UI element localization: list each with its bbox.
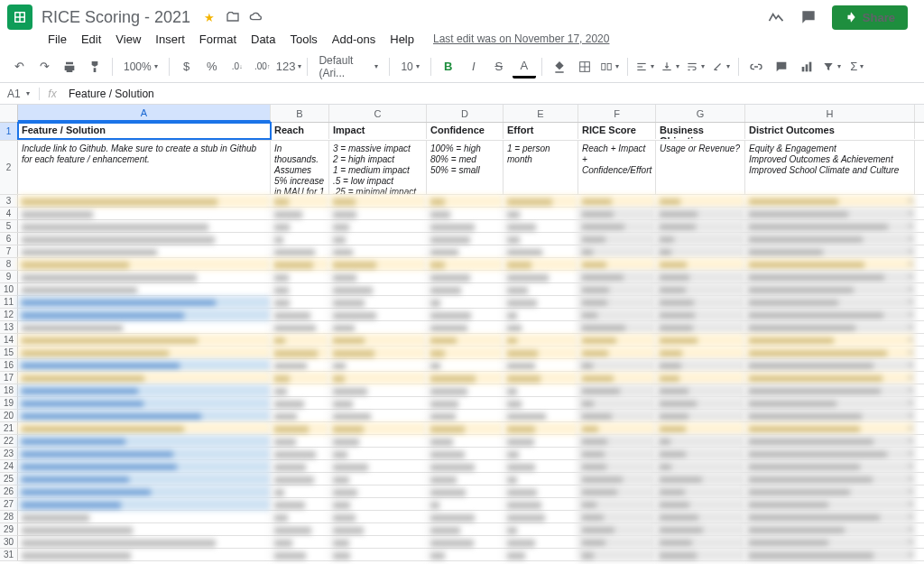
cell-E21[interactable] <box>504 422 578 435</box>
cell-B22[interactable] <box>271 435 329 448</box>
cell-G1[interactable]: Business Objective <box>656 123 745 139</box>
text-wrap-button[interactable] <box>684 55 707 79</box>
cell-B19[interactable] <box>271 397 329 410</box>
cell-D16[interactable] <box>427 359 504 372</box>
undo-icon[interactable]: ↶ <box>7 55 31 79</box>
cell-H6[interactable]: ▾ <box>745 233 915 245</box>
cell-D28[interactable] <box>427 511 504 523</box>
cell-F16[interactable] <box>578 359 656 372</box>
cell-A13[interactable] <box>18 321 271 334</box>
cell-G14[interactable] <box>656 334 745 347</box>
insert-link-button[interactable] <box>744 55 768 79</box>
cell-H31[interactable]: ▾ <box>745 549 915 561</box>
cell-D25[interactable] <box>427 473 504 485</box>
percent-button[interactable]: % <box>200 55 224 79</box>
cell-A4[interactable] <box>18 208 271 220</box>
cell-D9[interactable] <box>427 271 504 283</box>
cell-G27[interactable] <box>656 498 745 511</box>
cell-C23[interactable] <box>329 448 427 460</box>
redo-icon[interactable]: ↷ <box>32 55 56 79</box>
cell-E9[interactable] <box>504 271 578 283</box>
decrease-decimal-button[interactable]: .0↓ <box>226 55 249 79</box>
fill-color-button[interactable] <box>548 55 571 79</box>
menu-view[interactable]: View <box>109 31 147 48</box>
cell-B6[interactable] <box>271 233 329 245</box>
cell-D8[interactable] <box>427 258 504 271</box>
cell-E8[interactable] <box>504 258 578 271</box>
cloud-status-icon[interactable] <box>248 9 264 25</box>
cell-H1[interactable]: District Outcomes <box>745 123 915 139</box>
cell-H30[interactable]: ▾ <box>745 536 915 549</box>
cell-B7[interactable] <box>271 245 329 258</box>
cell-F13[interactable] <box>578 321 656 334</box>
cell-D6[interactable] <box>427 233 504 245</box>
cell-D24[interactable] <box>427 460 504 473</box>
cell-E13[interactable] <box>504 321 578 334</box>
cell-G2[interactable]: Usage or Revenue? <box>656 141 745 194</box>
cell-B23[interactable] <box>271 448 329 460</box>
row-header-5[interactable]: 5 <box>0 220 18 232</box>
activity-icon[interactable] <box>767 8 785 26</box>
cell-F30[interactable] <box>578 536 656 549</box>
row-header-3[interactable]: 3 <box>0 195 18 207</box>
cell-G10[interactable] <box>656 283 745 296</box>
cell-D30[interactable] <box>427 536 504 549</box>
row-header-15[interactable]: 15 <box>0 347 18 358</box>
cell-F24[interactable] <box>578 460 656 473</box>
cell-H16[interactable]: ▾ <box>745 359 915 372</box>
row-header-29[interactable]: 29 <box>0 523 18 535</box>
cell-E11[interactable] <box>504 296 578 309</box>
menu-edit[interactable]: Edit <box>75 31 107 48</box>
share-button[interactable]: Share <box>832 5 908 30</box>
cell-A8[interactable] <box>18 258 271 271</box>
cell-D19[interactable] <box>427 397 504 410</box>
cell-E30[interactable] <box>504 536 578 549</box>
cell-H14[interactable]: ▾ <box>745 334 915 347</box>
cell-E12[interactable] <box>504 309 578 321</box>
menu-addons[interactable]: Add-ons <box>326 31 382 48</box>
cell-B24[interactable] <box>271 460 329 473</box>
cell-G13[interactable] <box>656 321 745 334</box>
cell-F9[interactable] <box>578 271 656 283</box>
cell-A22[interactable] <box>18 435 271 448</box>
cell-F31[interactable] <box>578 549 656 561</box>
cell-E23[interactable] <box>504 448 578 460</box>
currency-button[interactable]: $ <box>175 55 199 79</box>
row-header-28[interactable]: 28 <box>0 511 18 522</box>
strikethrough-button[interactable]: S <box>487 55 511 79</box>
cell-E6[interactable] <box>504 233 578 245</box>
cell-B20[interactable] <box>271 410 329 422</box>
cell-C29[interactable] <box>329 523 427 536</box>
cell-C25[interactable] <box>329 473 427 485</box>
cell-C3[interactable] <box>329 195 427 208</box>
cell-A23[interactable] <box>18 448 271 460</box>
sheets-app-icon[interactable] <box>7 5 32 30</box>
cell-D26[interactable] <box>427 485 504 498</box>
font-size-select[interactable]: 10 <box>395 55 424 79</box>
cell-G15[interactable] <box>656 347 745 359</box>
cell-C6[interactable] <box>329 233 427 245</box>
functions-button[interactable]: Σ <box>845 55 869 79</box>
vertical-align-button[interactable] <box>659 55 682 79</box>
cell-A26[interactable] <box>18 485 271 498</box>
row-header-1[interactable]: 1 <box>0 123 18 140</box>
cell-F29[interactable] <box>578 523 656 536</box>
cell-F17[interactable] <box>578 372 656 384</box>
cell-C18[interactable] <box>329 384 427 397</box>
menu-insert[interactable]: Insert <box>149 31 191 48</box>
cell-F18[interactable] <box>578 384 656 397</box>
cell-B1[interactable]: Reach <box>271 123 329 139</box>
menu-data[interactable]: Data <box>245 31 282 48</box>
cell-G30[interactable] <box>656 536 745 549</box>
cell-E18[interactable] <box>504 384 578 397</box>
cell-G11[interactable] <box>656 296 745 309</box>
cell-G8[interactable] <box>656 258 745 271</box>
cell-B27[interactable] <box>271 498 329 511</box>
cell-H18[interactable]: ▾ <box>745 384 915 397</box>
cell-G24[interactable] <box>656 460 745 473</box>
col-header-C[interactable]: C <box>329 105 427 122</box>
filter-button[interactable] <box>820 55 844 79</box>
cell-D31[interactable] <box>427 549 504 561</box>
cell-A28[interactable] <box>18 511 271 523</box>
cell-B8[interactable] <box>271 258 329 271</box>
